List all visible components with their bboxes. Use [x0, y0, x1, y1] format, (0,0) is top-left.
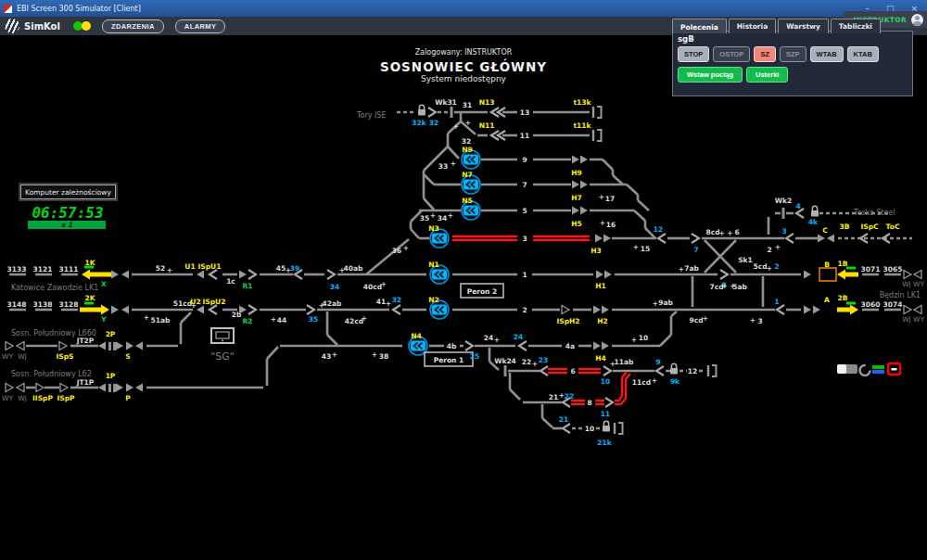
- track-end-bracket: [597, 130, 602, 141]
- switch-number[interactable]: 39: [290, 264, 299, 273]
- track-arrow-icon: [580, 181, 588, 189]
- switch-chevron-icon[interactable]: [796, 209, 804, 218]
- diagram-label: 3: [522, 235, 527, 243]
- lock-icon[interactable]: [418, 109, 425, 116]
- switch-chevron-icon[interactable]: [540, 366, 548, 375]
- tab-historia[interactable]: Historia: [729, 19, 776, 33]
- lock-icon[interactable]: [670, 368, 678, 375]
- switch-number[interactable]: 7: [693, 246, 698, 254]
- route-arrow-icon[interactable]: [80, 305, 109, 315]
- track-segment: [613, 175, 623, 185]
- diagram-label: 5cd: [753, 262, 767, 271]
- tab-tabliczki[interactable]: Tabliczki: [831, 19, 881, 33]
- switch-chevron-icon[interactable]: [658, 234, 666, 243]
- tab-polecenia[interactable]: Polecenia: [672, 19, 727, 33]
- switch-number[interactable]: 2: [774, 262, 779, 271]
- diagram-label: 8: [587, 399, 591, 407]
- switch-chevron-icon[interactable]: [519, 341, 527, 350]
- switch-chevron-icon[interactable]: [692, 234, 699, 243]
- diagram-label: +: [652, 376, 657, 385]
- switch-number[interactable]: 12: [654, 225, 663, 234]
- switch-number[interactable]: 4k: [808, 218, 819, 226]
- route-arrow-icon[interactable]: [837, 270, 858, 280]
- diagram-label: WJ: [18, 394, 27, 402]
- diagram-label: 3074: [883, 300, 903, 309]
- switch-chevron-icon[interactable]: [428, 108, 436, 117]
- diagram-label: 36: [392, 247, 401, 255]
- switch-chevron-icon[interactable]: [393, 305, 400, 314]
- switch-chevron-icon[interactable]: [605, 398, 613, 407]
- stop-button[interactable]: STOP: [678, 46, 709, 62]
- switch-number[interactable]: 25: [470, 352, 479, 361]
- legend-route-icon: [860, 365, 870, 375]
- diagram-label: +: [386, 299, 391, 308]
- switch-chevron-icon[interactable]: [777, 305, 784, 314]
- diagram-label: R1: [243, 282, 253, 290]
- switch-chevron-icon[interactable]: [720, 270, 728, 279]
- switch-number[interactable]: 32: [392, 296, 401, 304]
- switch-chevron-icon[interactable]: [210, 270, 217, 279]
- platform-label: Peron 1: [434, 356, 464, 364]
- switch-chevron-icon[interactable]: [465, 341, 473, 350]
- switch-number[interactable]: 4: [795, 202, 800, 210]
- route-indicator: [846, 267, 856, 270]
- switch-number[interactable]: 32k: [412, 119, 426, 127]
- switch-number[interactable]: 10: [601, 377, 610, 386]
- switch-number[interactable]: 3: [781, 227, 786, 235]
- track-arrow-icon: [580, 156, 588, 164]
- track-arrow-icon: [818, 235, 825, 243]
- diagram-label: +: [332, 350, 337, 359]
- switch-chevron-icon[interactable]: [307, 305, 314, 314]
- switch-chevron-icon[interactable]: [603, 366, 611, 375]
- track-arrow-icon: [111, 306, 119, 314]
- diagram-label: +: [451, 159, 456, 168]
- switch-number[interactable]: 21k: [597, 439, 612, 447]
- switch-number[interactable]: 24: [514, 333, 523, 341]
- switch-number[interactable]: 1: [774, 298, 779, 306]
- diagram-label: +: [167, 266, 172, 274]
- ktab-button[interactable]: KTAB: [847, 46, 879, 62]
- switch-number[interactable]: 9k: [670, 377, 680, 386]
- diagram-label: +: [453, 122, 459, 131]
- switch-chevron-icon[interactable]: [563, 424, 570, 433]
- diagram-label: JT2P: [76, 337, 95, 345]
- switch-chevron-icon[interactable]: [656, 366, 664, 375]
- platform-label: Peron 2: [467, 287, 498, 296]
- diagram-label: 5ab: [732, 283, 747, 291]
- switch-chevron-icon[interactable]: [327, 270, 335, 279]
- diagram-label: H1: [595, 282, 606, 290]
- route-arrow-icon[interactable]: [82, 270, 111, 280]
- track-arrow-icon: [116, 384, 123, 392]
- diagram-label: 3060: [861, 300, 881, 309]
- lock-icon[interactable]: [811, 210, 819, 217]
- diagram-label: Wk24: [494, 357, 516, 365]
- switch-chevron-icon[interactable]: [248, 270, 256, 279]
- track-arrow-icon: [98, 342, 106, 350]
- switch-number[interactable]: 11: [601, 410, 610, 418]
- switch-number[interactable]: 35: [309, 315, 318, 324]
- faults-button[interactable]: Usterki: [746, 67, 788, 83]
- diagram-label: 13: [520, 108, 529, 117]
- route-arrow-icon[interactable]: [837, 305, 858, 315]
- ostop-button[interactable]: OSTOP: [713, 46, 750, 62]
- switch-number[interactable]: 23: [539, 356, 548, 364]
- wtab-button[interactable]: WTAB: [810, 46, 844, 62]
- switch-chevron-icon[interactable]: [786, 234, 794, 243]
- sz-button[interactable]: SZ: [754, 46, 776, 62]
- switch-number[interactable]: 22: [565, 392, 574, 401]
- diagram-label: 11cd: [632, 378, 651, 387]
- diagram-label: 2b: [232, 311, 242, 319]
- diagram-label: 21: [549, 393, 558, 401]
- insert-train-button[interactable]: Wstaw pociąg: [678, 67, 743, 83]
- switch-chevron-icon[interactable]: [210, 305, 217, 314]
- tab-warstwy[interactable]: Warstwy: [778, 19, 829, 33]
- switch-number[interactable]: 9: [655, 358, 660, 366]
- switch-number[interactable]: 21: [559, 415, 568, 424]
- switch-chevron-icon[interactable]: [248, 305, 256, 314]
- track-arrow-icon: [6, 342, 13, 350]
- lock-icon[interactable]: [603, 426, 610, 432]
- switch-number[interactable]: 34: [330, 283, 339, 291]
- switch-number[interactable]: 32: [429, 119, 438, 127]
- szp-button[interactable]: SZP: [780, 46, 806, 62]
- track-segment: [634, 210, 645, 221]
